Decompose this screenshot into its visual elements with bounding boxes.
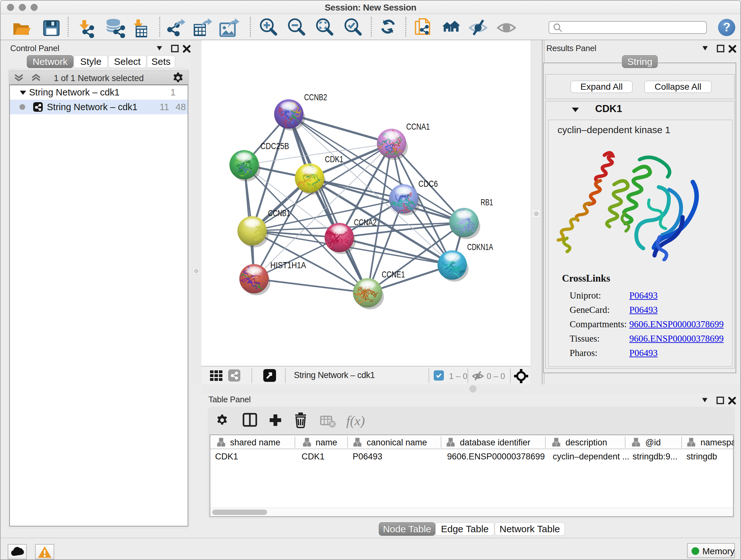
- svg-text:namespace: namespace: [700, 438, 734, 447]
- svg-text:P06493: P06493: [353, 452, 382, 461]
- svg-text:CDC6: CDC6: [418, 179, 438, 189]
- svg-text:CDKN1A: CDKN1A: [467, 242, 493, 252]
- svg-text:name: name: [316, 438, 337, 447]
- svg-text:RB1: RB1: [481, 197, 493, 207]
- svg-text:f(x): f(x): [346, 414, 365, 428]
- svg-text:CDK1: CDK1: [301, 452, 325, 461]
- svg-text:CCNB1: CCNB1: [268, 208, 290, 218]
- svg-text:HIST1H1A: HIST1H1A: [270, 260, 306, 270]
- svg-text:9606.ENSP00000378699: 9606.ENSP00000378699: [447, 452, 545, 461]
- svg-text:canonical name: canonical name: [367, 438, 427, 447]
- svg-text:CCNA1: CCNA1: [406, 122, 430, 132]
- svg-text:@id: @id: [645, 438, 661, 447]
- svg-text:database identifier: database identifier: [460, 438, 530, 447]
- svg-text:CDK1: CDK1: [325, 154, 343, 164]
- svg-text:stringdb:9...: stringdb:9...: [632, 452, 677, 461]
- svg-text:description: description: [565, 438, 607, 447]
- svg-text:CDK1: CDK1: [215, 452, 238, 461]
- svg-text:CCNE1: CCNE1: [382, 269, 405, 279]
- svg-text:stringdb: stringdb: [686, 452, 717, 461]
- svg-text:shared name: shared name: [230, 438, 280, 447]
- svg-text:CDC25B: CDC25B: [260, 141, 289, 151]
- svg-text:CCNB2: CCNB2: [304, 92, 327, 102]
- svg-text:CCNA2: CCNA2: [354, 217, 377, 227]
- svg-text:cyclin–dependent ...: cyclin–dependent ...: [553, 452, 629, 461]
